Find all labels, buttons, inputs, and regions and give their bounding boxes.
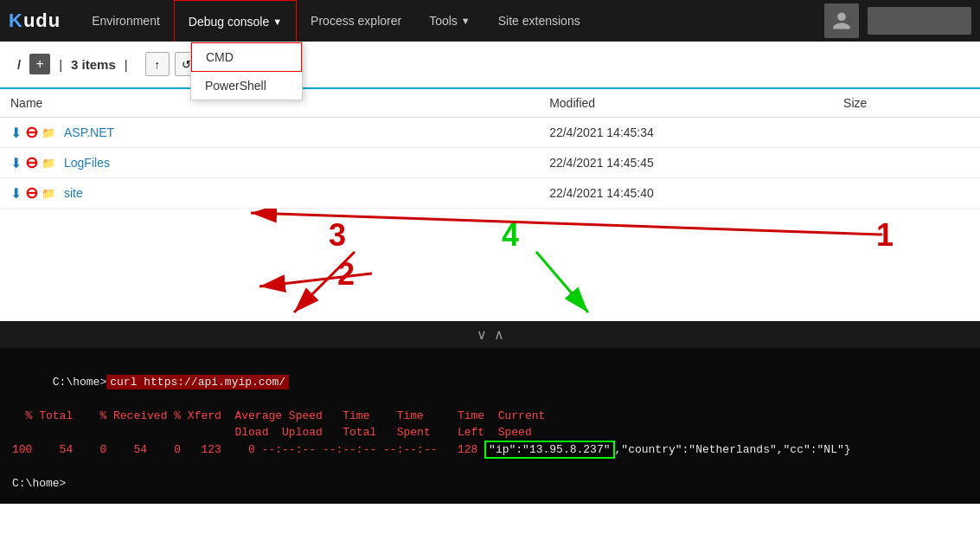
download-icon[interactable]: ⬇ bbox=[10, 125, 22, 141]
table-row: ⬇ ⊖ 📁 site 22/4/2021 14:45:40 bbox=[0, 178, 980, 209]
terminal-prompt: C:\home> bbox=[53, 376, 106, 389]
terminal-command-highlight: curl https://api.myip.com/ bbox=[106, 375, 289, 389]
user-avatar[interactable] bbox=[824, 3, 859, 38]
terminal-controls: ∨ ∧ bbox=[0, 321, 980, 348]
terminal-collapse-btn[interactable]: ∨ bbox=[477, 326, 487, 343]
file-link[interactable]: site bbox=[64, 186, 83, 200]
brand-name: udu bbox=[23, 10, 61, 31]
terminal-command-line: C:\home>curl https://api.myip.com/ bbox=[12, 357, 968, 408]
annotation-2: 2 bbox=[337, 256, 355, 293]
folder-icon: 📁 bbox=[42, 157, 55, 170]
arrow-svg bbox=[0, 209, 980, 321]
brand-logo[interactable]: Kudu bbox=[9, 10, 61, 32]
terminal-wrapper: ∨ ∧ C:\home>curl https://api.myip.com/ %… bbox=[0, 321, 980, 504]
col-header-modified: Modified bbox=[539, 88, 833, 118]
brand-k: K bbox=[9, 10, 23, 31]
col-header-size: Size bbox=[833, 88, 980, 118]
file-name-cell: ⬇ ⊖ 📁 ASP.NET bbox=[0, 118, 539, 148]
delete-icon[interactable]: ⊖ bbox=[25, 153, 38, 172]
item-count: | bbox=[59, 57, 62, 72]
table-row: ⬇ ⊖ 📁 ASP.NET 22/4/2021 14:45:34 bbox=[0, 118, 980, 148]
path-slash: / bbox=[17, 57, 21, 72]
dropdown-cmd[interactable]: CMD bbox=[191, 42, 302, 72]
file-modified-cell: 22/4/2021 14:45:34 bbox=[539, 118, 833, 148]
folder-icon: 📁 bbox=[42, 126, 55, 139]
file-table: Name Modified Size ⬇ ⊖ 📁 ASP.NET 22/4/20… bbox=[0, 87, 980, 209]
svg-line-3 bbox=[259, 273, 372, 286]
table-row: ⬇ ⊖ 📁 LogFiles 22/4/2021 14:45:45 bbox=[0, 148, 980, 178]
file-size-cell bbox=[833, 178, 980, 209]
file-size-cell bbox=[833, 148, 980, 178]
terminal-output-header1: % Total % Received % Xferd Average Speed… bbox=[12, 408, 968, 425]
ip-highlight: "ip":"13.95.8.237" bbox=[484, 441, 614, 459]
separator: | bbox=[125, 57, 128, 72]
terminal-output-header2: Dload Upload Total Spent Left Speed bbox=[12, 424, 968, 441]
nav-environment[interactable]: Environment bbox=[78, 0, 174, 42]
item-count-label: 3 items bbox=[71, 57, 116, 72]
file-browser-header: / + | 3 items | ↑ ↺ ⊞ bbox=[0, 42, 980, 87]
file-link[interactable]: ASP.NET bbox=[64, 125, 114, 139]
debug-console-caret: ▼ bbox=[272, 16, 282, 27]
terminal-final-prompt: C:\home> bbox=[12, 475, 968, 492]
username-area bbox=[868, 7, 971, 35]
tools-caret: ▼ bbox=[461, 16, 471, 26]
download-icon[interactable]: ⬇ bbox=[10, 185, 22, 202]
json-rest: ,"country":"Netherlands","cc":"NL"} bbox=[615, 443, 851, 456]
dropdown-powershell[interactable]: PowerShell bbox=[191, 72, 302, 100]
nav-tools[interactable]: Tools ▼ bbox=[415, 0, 484, 42]
annotations-area: 1 2 3 4 bbox=[0, 209, 980, 321]
svg-line-5 bbox=[536, 252, 588, 312]
nav-process-explorer[interactable]: Process explorer bbox=[297, 0, 415, 42]
delete-icon[interactable]: ⊖ bbox=[25, 123, 38, 142]
folder-icon: 📁 bbox=[42, 187, 55, 200]
nav-debug-console[interactable]: Debug console ▼ bbox=[174, 0, 297, 42]
navbar: Kudu Environment Debug console ▼ Process… bbox=[0, 0, 980, 42]
delete-icon[interactable]: ⊖ bbox=[25, 183, 38, 203]
file-name-cell: ⬇ ⊖ 📁 site bbox=[0, 178, 539, 209]
annotation-3: 3 bbox=[329, 217, 346, 254]
download-icon[interactable]: ⬇ bbox=[10, 155, 22, 171]
action-btn-1[interactable]: ↑ bbox=[145, 52, 170, 76]
terminal-output-data: 100 54 0 54 0 123 0 --:--:-- --:--:-- --… bbox=[12, 441, 968, 459]
terminal-empty-line bbox=[12, 458, 968, 475]
file-link[interactable]: LogFiles bbox=[64, 156, 110, 170]
add-button[interactable]: + bbox=[29, 54, 50, 74]
annotation-1: 1 bbox=[876, 217, 894, 254]
terminal-expand-btn[interactable]: ∧ bbox=[494, 326, 504, 343]
avatar-icon bbox=[831, 10, 852, 31]
nav-site-extensions[interactable]: Site extensions bbox=[484, 0, 594, 42]
file-modified-cell: 22/4/2021 14:45:45 bbox=[539, 148, 833, 178]
file-modified-cell: 22/4/2021 14:45:40 bbox=[539, 178, 833, 209]
debug-console-dropdown: CMD PowerShell bbox=[190, 42, 303, 100]
terminal[interactable]: C:\home>curl https://api.myip.com/ % Tot… bbox=[0, 348, 980, 504]
file-size-cell bbox=[833, 118, 980, 148]
annotation-4: 4 bbox=[502, 217, 519, 254]
file-name-cell: ⬇ ⊖ 📁 LogFiles bbox=[0, 148, 539, 178]
